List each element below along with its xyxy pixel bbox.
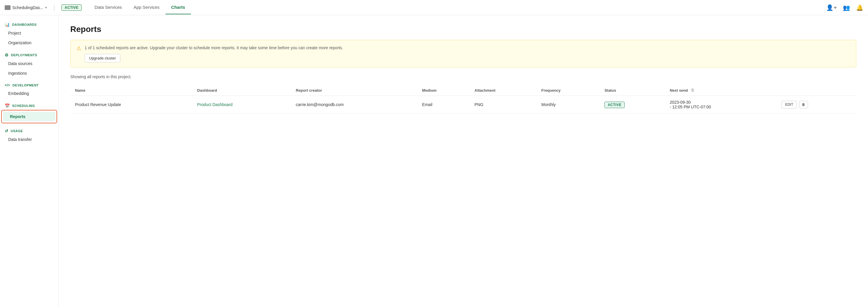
col-attachment: Attachment (470, 85, 536, 96)
usage-section-icon: ↺ (5, 129, 8, 133)
nav-app-services[interactable]: App Services (128, 1, 165, 14)
row-dashboard: Product Dashboard (192, 96, 291, 114)
sidebar-section-scheduling: 📅 SCHEDULING (0, 101, 58, 109)
nav-charts[interactable]: Charts (165, 1, 191, 14)
sidebar-item-project[interactable]: Project (1, 28, 57, 38)
col-name: Name (70, 85, 192, 96)
development-section-icon: </> (5, 83, 10, 87)
deployments-section-label: DEPLOYMENTS (11, 53, 37, 57)
sidebar-section-deployments: ⚙ DEPLOYMENTS (0, 51, 58, 59)
page-title: Reports (70, 25, 856, 34)
sidebar-section-development: </> DEVELOPMENT (0, 81, 58, 89)
col-frequency: Frequency (537, 85, 600, 96)
nav-data-services[interactable]: Data Services (89, 1, 128, 14)
row-next-send: 2023-09-30 - 12:05 PM UTC-07:00 (665, 96, 777, 114)
col-report-creator: Report creator (291, 85, 417, 96)
dashboards-section-label: DASHBOARDS (12, 23, 37, 26)
workspace-name: SchedulingDas... (12, 5, 43, 10)
sidebar-item-embedding[interactable]: Embedding (1, 89, 57, 98)
sidebar-item-data-transfer[interactable]: Data transfer (1, 135, 57, 144)
sidebar-section-usage: ↺ USAGE (0, 126, 58, 134)
layout: 📊 DASHBOARDS Project Organization ⚙ DEPL… (0, 15, 868, 307)
dashboard-link[interactable]: Product Dashboard (197, 102, 232, 107)
table-header-row: Name Dashboard Report creator Medium Att… (70, 85, 856, 96)
scheduling-section-icon: 📅 (5, 103, 10, 108)
col-medium: Medium (417, 85, 470, 96)
scheduling-selected-group: Reports (1, 110, 57, 123)
sidebar-item-reports[interactable]: Reports (3, 112, 55, 121)
upgrade-banner: ⚠ 1 of 1 scheduled reports are active. U… (70, 40, 856, 67)
reports-subtitle: Showing all reports in this project. (70, 74, 856, 79)
dashboards-section-icon: 📊 (5, 22, 10, 27)
row-status: ACTIVE (600, 96, 665, 114)
delete-button[interactable]: 🗑 (799, 101, 808, 109)
banner-text: 1 of 1 scheduled reports are active. Upg… (85, 45, 850, 51)
sidebar-section-dashboards: 📊 DASHBOARDS (0, 20, 58, 28)
col-status: Status (600, 85, 665, 96)
warning-icon: ⚠ (76, 45, 81, 52)
row-attachment: PNG (470, 96, 536, 114)
scheduling-section-label: SCHEDULING (12, 104, 35, 108)
team-icon[interactable]: 👥 (843, 4, 850, 11)
development-section-label: DEVELOPMENT (12, 84, 39, 87)
workspace-chevron-icon: ▾ (45, 6, 47, 10)
edit-button[interactable]: EDIT (781, 101, 797, 109)
col-dashboard: Dashboard (192, 85, 291, 96)
upgrade-cluster-button[interactable]: Upgrade cluster (85, 54, 120, 62)
sidebar-item-data-sources[interactable]: Data sources (1, 59, 57, 68)
sidebar-item-ingestions[interactable]: Ingestions (1, 68, 57, 78)
row-report-creator: carrie.kim@mongodb.com (291, 96, 417, 114)
sort-icon[interactable]: ⇅ (691, 88, 694, 93)
row-actions: EDIT 🗑 (777, 96, 856, 114)
workspace-selector[interactable]: SchedulingDas... ▾ (5, 5, 47, 10)
top-nav: SchedulingDas... ▾ ⋮ ACTIVE Data Service… (0, 0, 868, 15)
active-status-badge: ACTIVE (604, 102, 625, 108)
row-medium: Email (417, 96, 470, 114)
add-user-icon[interactable]: 👤+ (826, 4, 837, 11)
sidebar-item-organization[interactable]: Organization (1, 38, 57, 48)
col-actions (777, 85, 856, 96)
main-content: Reports ⚠ 1 of 1 scheduled reports are a… (59, 15, 868, 307)
reports-table: Name Dashboard Report creator Medium Att… (70, 85, 856, 114)
row-frequency: Monthly (537, 96, 600, 114)
status-badge: ACTIVE (62, 4, 82, 11)
workspace-folder-icon (5, 5, 10, 10)
row-name: Product Revenue Update (70, 96, 192, 114)
banner-content: 1 of 1 scheduled reports are active. Upg… (85, 45, 850, 62)
sidebar: 📊 DASHBOARDS Project Organization ⚙ DEPL… (0, 15, 59, 307)
table-row: Product Revenue Update Product Dashboard… (70, 96, 856, 114)
scheduling-group: 📅 SCHEDULING Reports (0, 101, 58, 123)
bell-icon[interactable]: 🔔 (856, 4, 863, 11)
deployments-section-icon: ⚙ (5, 53, 9, 57)
more-options-icon[interactable]: ⋮ (52, 4, 57, 11)
nav-links: Data Services App Services Charts (89, 1, 191, 14)
usage-group: ↺ USAGE Data transfer (0, 126, 58, 144)
col-next-send: Next send ⇅ (665, 85, 777, 96)
nav-right-icons: 👤+ 👥 🔔 (826, 4, 863, 11)
usage-section-label: USAGE (11, 129, 23, 133)
